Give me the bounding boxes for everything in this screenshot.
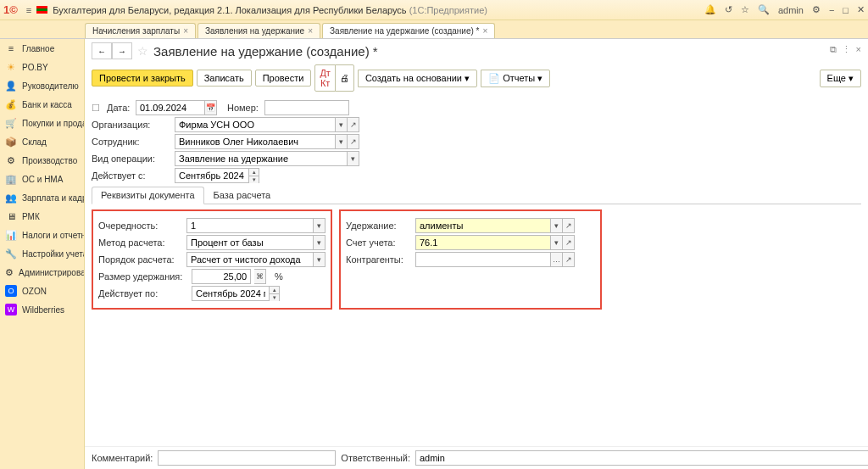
post-and-close-button[interactable]: Провести и закрыть (92, 70, 193, 87)
sidebar-item-ozon[interactable]: OOZON (0, 282, 84, 300)
settings-icon[interactable]: ⚙ (812, 4, 821, 15)
person-icon: 👤 (5, 80, 17, 92)
sidebar-item-settings[interactable]: 🔧Настройки учета (0, 244, 84, 263)
sidebar-item-main[interactable]: ≡Главное (0, 39, 84, 58)
external-link-icon[interactable]: ⧉ (830, 44, 837, 55)
ellipsis-icon[interactable]: … (551, 252, 563, 267)
open-icon[interactable]: ↗ (563, 235, 575, 250)
tab-payroll[interactable]: Начисления зарплаты × (85, 23, 196, 38)
sidebar-item-warehouse[interactable]: 📦Склад (0, 132, 84, 151)
size-input[interactable] (192, 269, 251, 284)
list-icon: ≡ (5, 42, 17, 54)
menu-icon[interactable]: ≡ (26, 5, 31, 15)
back-button[interactable]: ← (92, 42, 112, 59)
until-input[interactable] (192, 286, 270, 301)
sidebar-label: Банк и касса (22, 100, 72, 109)
subtab-requisites[interactable]: Реквизиты документа (92, 187, 204, 204)
spin-down-icon[interactable]: ▾ (249, 176, 259, 183)
order-input[interactable] (186, 218, 314, 233)
favorite-star-icon[interactable]: ☆ (137, 44, 148, 58)
menu-dots-icon[interactable]: ⋮ (842, 44, 851, 55)
chevron-down-icon[interactable]: ▾ (551, 235, 563, 250)
chevron-down-icon[interactable]: ▾ (314, 235, 326, 250)
sidebar-item-manager[interactable]: 👤Руководителю (0, 76, 84, 95)
spin-up-icon[interactable]: ▴ (249, 169, 259, 176)
method-input[interactable] (186, 235, 314, 250)
calc-order-input[interactable] (186, 252, 314, 267)
number-input[interactable] (264, 100, 349, 115)
tab-deductions-list[interactable]: Заявления на удержание × (198, 23, 320, 38)
sidebar-item-rmk[interactable]: 🖥РМК (0, 207, 84, 226)
people-icon: 👥 (5, 192, 17, 204)
open-icon[interactable]: ↗ (563, 252, 575, 267)
sidebar-item-assets[interactable]: 🏢ОС и НМА (0, 170, 84, 188)
close-icon[interactable]: × (183, 26, 188, 36)
account-input[interactable] (415, 235, 551, 250)
organization-input[interactable] (175, 117, 336, 132)
open-icon[interactable]: ↗ (563, 218, 575, 233)
chevron-down-icon[interactable]: ▾ (336, 134, 348, 149)
spin-down-icon[interactable]: ▾ (270, 294, 279, 301)
reports-button[interactable]: 📄 Отчеты ▾ (481, 70, 550, 87)
sidebar-item-sales[interactable]: 🛒Покупки и продажи (0, 114, 84, 132)
chart-icon: 📊 (5, 229, 17, 241)
sidebar-item-poby[interactable]: ☀PO.BY (0, 58, 84, 76)
chevron-down-icon: ▾ (849, 73, 854, 83)
forward-button[interactable]: → (112, 42, 132, 59)
sidebar-item-bank[interactable]: 💰Банк и касса (0, 95, 84, 114)
deduction-input[interactable] (415, 218, 551, 233)
close-window-icon[interactable]: ✕ (857, 4, 865, 15)
effective-from-input[interactable] (175, 168, 249, 183)
tab-deduction-create[interactable]: Заявление на удержание (создание) * × (322, 23, 495, 38)
sidebar-item-admin[interactable]: ⚙Администрирование (0, 263, 84, 282)
requisites-panel-right: Удержание: ▾ ↗ Счет учета: ▾ ↗ (339, 209, 602, 310)
sidebar-item-taxes[interactable]: 📊Налоги и отчетность (0, 226, 84, 244)
sidebar-item-production[interactable]: ⚙Производство (0, 151, 84, 170)
search-icon[interactable]: 🔍 (758, 4, 770, 15)
chevron-down-icon[interactable]: ▾ (336, 117, 348, 132)
app-title: Бухгалтерия для Беларуси, редакция 2.1. … (53, 5, 406, 15)
chevron-down-icon[interactable]: ▾ (348, 151, 359, 166)
maximize-icon[interactable]: □ (843, 5, 849, 15)
chevron-down-icon[interactable]: ▾ (314, 218, 326, 233)
month-spinner[interactable]: ▴▾ (249, 168, 259, 183)
sidebar-label: Налоги и отчетность (22, 231, 85, 240)
create-based-button[interactable]: Создать на основании ▾ (358, 70, 477, 87)
date-input[interactable] (136, 100, 205, 115)
user-label[interactable]: admin (778, 5, 804, 15)
app-title-suffix: (1С:Предприятие) (409, 5, 487, 15)
post-button[interactable]: Провести (255, 70, 312, 87)
sidebar-item-wb[interactable]: WWildberries (0, 300, 84, 319)
employee-input[interactable] (175, 134, 336, 149)
open-icon[interactable]: ↗ (348, 134, 359, 149)
contragents-input[interactable] (415, 252, 551, 267)
gear-icon: ⚙ (5, 266, 14, 278)
operation-input[interactable] (175, 151, 348, 166)
content-area: ⧉ ⋮ × ← → ☆ Заявление на удержание (созд… (85, 39, 868, 469)
subtab-base[interactable]: База расчета (204, 187, 281, 204)
print-button[interactable]: 🖨 (335, 64, 354, 92)
month-spinner[interactable]: ▴▾ (270, 286, 280, 301)
chevron-down-icon[interactable]: ▾ (551, 218, 563, 233)
flag-icon (36, 6, 47, 14)
calendar-icon[interactable]: 📅 (205, 100, 217, 115)
spin-up-icon[interactable]: ▴ (270, 287, 279, 294)
history-icon[interactable]: ↺ (725, 4, 732, 15)
sidebar-item-salary[interactable]: 👥Зарплата и кадры (0, 188, 84, 207)
bell-icon[interactable]: 🔔 (704, 4, 716, 15)
more-button[interactable]: Еще ▾ (820, 70, 861, 87)
close-icon[interactable]: × (483, 26, 488, 36)
close-icon[interactable]: × (856, 44, 861, 55)
calculator-icon[interactable]: ⌘ (254, 269, 266, 284)
debit-credit-button[interactable]: ДтКт (314, 64, 336, 92)
responsible-input[interactable] (415, 450, 868, 466)
star-icon[interactable]: ☆ (741, 4, 749, 15)
open-icon[interactable]: ↗ (348, 117, 359, 132)
comment-input[interactable] (158, 450, 336, 466)
minimize-icon[interactable]: − (829, 5, 834, 15)
write-button[interactable]: Записать (197, 70, 252, 87)
close-icon[interactable]: × (308, 26, 313, 36)
sidebar-label: Склад (22, 137, 47, 147)
date-label: Дата: (107, 103, 132, 113)
chevron-down-icon[interactable]: ▾ (314, 252, 326, 267)
